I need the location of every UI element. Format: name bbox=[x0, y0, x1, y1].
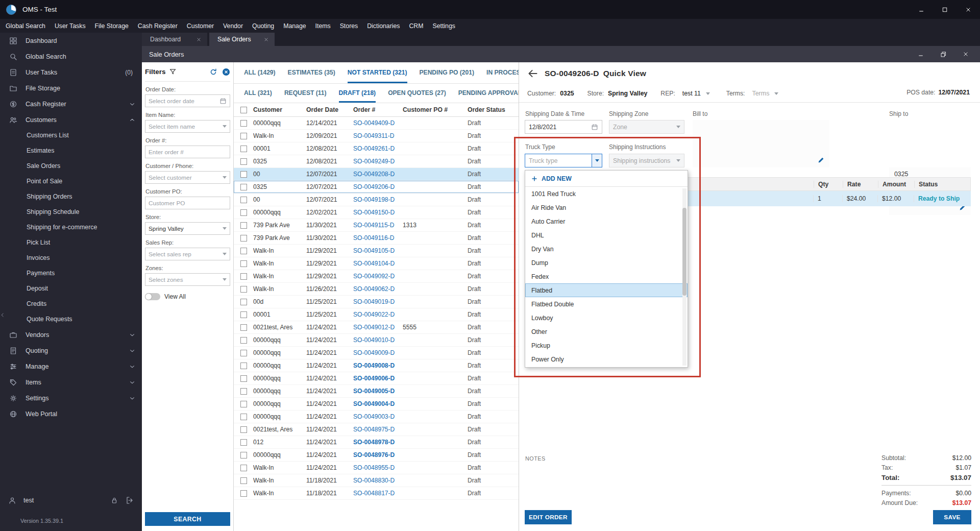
truck-type-dropdown-button[interactable] bbox=[592, 154, 602, 167]
menu-item[interactable]: Cash Register bbox=[133, 19, 182, 33]
truck-type-option[interactable]: Dump bbox=[525, 256, 688, 270]
order-number-input[interactable] bbox=[145, 146, 230, 158]
truck-type-option[interactable]: Auto Carrier bbox=[525, 214, 688, 228]
order-row[interactable]: 00000qqq 11/24/2021 SO-0048976-D Draft bbox=[234, 449, 519, 462]
row-checkbox[interactable] bbox=[240, 209, 247, 216]
maximize-button[interactable] bbox=[933, 0, 957, 19]
order-link[interactable]: SO-0049249-D bbox=[353, 158, 403, 165]
sidebar-item-user-tasks[interactable]: User Tasks (0) bbox=[0, 64, 142, 80]
select-all-checkbox[interactable] bbox=[240, 107, 247, 113]
row-checkbox[interactable] bbox=[240, 414, 247, 420]
sidebar-subitem[interactable]: Credits bbox=[0, 296, 142, 311]
shipping-zone-select[interactable]: Zone bbox=[609, 120, 684, 134]
row-checkbox[interactable] bbox=[240, 350, 247, 356]
status-tab[interactable]: ALL (1429) bbox=[244, 62, 276, 83]
menu-item[interactable]: CRM bbox=[404, 19, 428, 33]
shipping-date-input[interactable]: 12/8/2021 bbox=[525, 120, 602, 134]
order-link[interactable]: SO-0049008-D bbox=[353, 362, 403, 369]
order-row[interactable]: 0325 12/08/2021 SO-0049249-D Draft bbox=[234, 155, 519, 168]
sidebar-subitem[interactable]: Pick List bbox=[0, 235, 142, 250]
row-checkbox[interactable] bbox=[240, 235, 247, 242]
sidebar-item-vendors[interactable]: Vendors bbox=[0, 327, 142, 343]
sidebar-subitem[interactable]: Quote Requests bbox=[0, 311, 142, 327]
minimize-button[interactable] bbox=[910, 0, 933, 19]
item-name-select[interactable]: Select item name bbox=[145, 120, 230, 133]
order-row[interactable]: 00001 11/25/2021 SO-0049022-D Draft bbox=[234, 308, 519, 321]
row-checkbox[interactable] bbox=[240, 375, 247, 382]
sidebar-subitem[interactable]: Shipping Orders bbox=[0, 189, 142, 204]
order-row[interactable]: 0021test, Ares 11/24/2021 SO-0048975-D D… bbox=[234, 423, 519, 436]
order-link[interactable]: SO-0049010-D bbox=[353, 336, 403, 344]
sidebar-subitem[interactable]: Customers List bbox=[0, 128, 142, 143]
order-row[interactable]: 0325 12/07/2021 SO-0049206-D Draft bbox=[234, 181, 519, 194]
status-tab[interactable]: NOT STARTED (321) bbox=[348, 62, 407, 83]
menu-item[interactable]: Dictionaries bbox=[362, 19, 404, 33]
customer-select[interactable]: Select customer bbox=[145, 171, 230, 184]
close-button[interactable] bbox=[957, 0, 980, 19]
search-button[interactable]: SEARCH bbox=[145, 512, 230, 526]
status-tab[interactable]: REQUEST (11) bbox=[284, 84, 327, 103]
menu-item[interactable]: User Tasks bbox=[50, 19, 90, 33]
row-checkbox[interactable] bbox=[240, 337, 247, 344]
order-link[interactable]: SO-0048830-D bbox=[353, 477, 403, 484]
order-row[interactable]: 00000qqq 11/24/2021 SO-0049010-D Draft bbox=[234, 334, 519, 347]
row-checkbox[interactable] bbox=[240, 248, 247, 254]
sidebar-item-cash-register[interactable]: Cash Register bbox=[0, 96, 142, 112]
row-checkbox[interactable] bbox=[240, 363, 247, 369]
sidebar-subitem[interactable]: Sale Orders bbox=[0, 158, 142, 174]
sidebar-subitem[interactable]: Invoices bbox=[0, 250, 142, 266]
order-row[interactable]: Walk-In 11/26/2021 SO-0049062-D Draft bbox=[234, 283, 519, 296]
order-link[interactable]: SO-0049104-D bbox=[353, 260, 403, 267]
order-link[interactable]: SO-0048978-D bbox=[353, 439, 403, 446]
row-checkbox[interactable] bbox=[240, 222, 247, 229]
order-link[interactable]: SO-0048955-D bbox=[353, 464, 403, 471]
sidebar-item-items[interactable]: Items bbox=[0, 374, 142, 390]
truck-type-option[interactable]: DHL bbox=[525, 228, 688, 242]
tab-close-icon[interactable] bbox=[197, 37, 201, 42]
sidebar-item-manage[interactable]: Manage bbox=[0, 358, 142, 374]
order-link[interactable]: SO-0049206-D bbox=[353, 183, 403, 190]
order-row[interactable]: 00000qqq 11/24/2021 SO-0049008-D Draft bbox=[234, 359, 519, 372]
save-button[interactable]: SAVE bbox=[933, 510, 971, 524]
scrollbar-thumb[interactable] bbox=[682, 208, 687, 296]
order-row[interactable]: 00000qqq 12/14/2021 SO-0049409-D Draft bbox=[234, 117, 519, 130]
truck-type-option[interactable]: Flatbed Double bbox=[525, 297, 688, 311]
truck-type-select[interactable]: Truck type bbox=[525, 154, 602, 167]
sidebar-subitem[interactable]: Point of Sale bbox=[0, 174, 142, 189]
order-row[interactable]: 00 12/07/2021 SO-0049208-D Draft bbox=[234, 168, 519, 181]
order-row[interactable]: Walk-In 11/18/2021 SO-0048817-D Draft bbox=[234, 487, 519, 500]
order-row[interactable]: 00000qqq 11/24/2021 SO-0049005-D Draft bbox=[234, 385, 519, 398]
order-link[interactable]: SO-0049115-D bbox=[353, 222, 403, 229]
row-checkbox[interactable] bbox=[240, 388, 247, 395]
sidebar-item-global-search[interactable]: Global Search bbox=[0, 49, 142, 64]
sidebar-item-customers[interactable]: Customers bbox=[0, 112, 142, 128]
truck-type-option[interactable]: Power Only bbox=[525, 352, 688, 366]
sidebar-item-web-portal[interactable]: Web Portal bbox=[0, 406, 142, 422]
clear-filters-icon[interactable] bbox=[222, 68, 230, 76]
sales-rep-select[interactable]: Select sales rep bbox=[145, 248, 230, 260]
order-row[interactable]: 00000qqq 11/24/2021 SO-0049006-D Draft bbox=[234, 372, 519, 385]
order-link[interactable]: SO-0049012-D bbox=[353, 324, 403, 331]
back-arrow-icon[interactable] bbox=[527, 68, 538, 79]
row-checkbox[interactable] bbox=[240, 260, 247, 267]
truck-type-option[interactable]: 1001 Red Truck bbox=[525, 187, 688, 201]
order-link[interactable]: SO-0049004-D bbox=[353, 400, 403, 407]
sidebar-item-quoting[interactable]: Quoting bbox=[0, 343, 142, 358]
order-row[interactable]: 739 Park Ave 11/30/2021 SO-0049115-D 131… bbox=[234, 219, 519, 232]
edit-order-button[interactable]: EDIT ORDER bbox=[525, 510, 572, 524]
view-all-toggle[interactable] bbox=[145, 293, 160, 300]
status-tab[interactable]: IN PROCESS (47 bbox=[486, 62, 519, 83]
menu-item[interactable]: Manage bbox=[279, 19, 310, 33]
refresh-icon[interactable] bbox=[209, 68, 217, 76]
order-link[interactable]: SO-0049150-D bbox=[353, 209, 403, 216]
order-link[interactable]: SO-0049022-D bbox=[353, 311, 403, 318]
truck-type-option[interactable]: Fedex bbox=[525, 270, 688, 283]
menu-item[interactable]: Vendor bbox=[218, 19, 248, 33]
truck-type-option[interactable]: Air Ride Van bbox=[525, 201, 688, 214]
order-row[interactable]: 00 12/07/2021 SO-0049198-D Draft bbox=[234, 194, 519, 206]
order-row[interactable]: 00000qqq 11/24/2021 SO-0049003-D Draft bbox=[234, 411, 519, 423]
row-checkbox[interactable] bbox=[240, 120, 247, 127]
order-row[interactable]: Walk-In 12/09/2021 SO-0049311-D Draft bbox=[234, 130, 519, 142]
menu-item[interactable]: File Storage bbox=[90, 19, 133, 33]
row-checkbox[interactable] bbox=[240, 299, 247, 305]
